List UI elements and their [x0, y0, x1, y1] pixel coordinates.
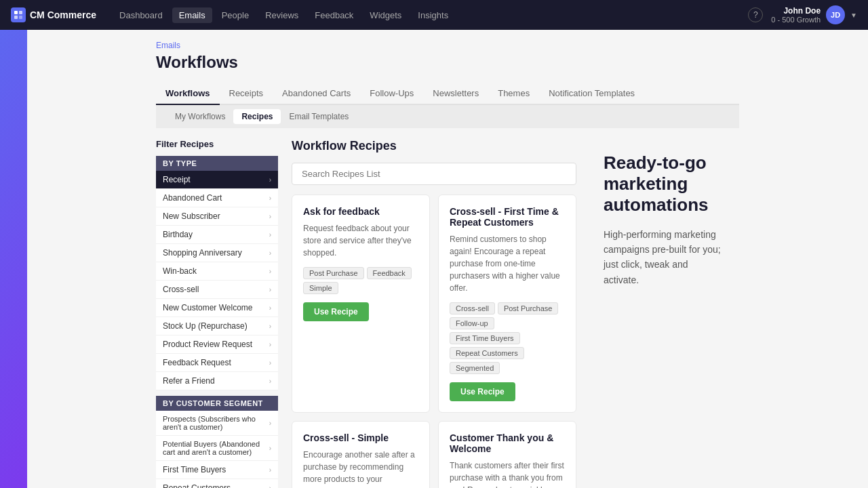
recipe-grid: Ask for feedback Request feedback about … — [292, 195, 576, 488]
filter-arrow-icon: › — [269, 378, 271, 385]
filter-first-time-buyers[interactable]: First Time Buyers › — [156, 461, 278, 479]
filter-cross-sell[interactable]: Cross-sell › — [156, 281, 278, 299]
tab-workflows[interactable]: Workflows — [156, 83, 220, 105]
recipe-desc-0: Request feedback about your store and se… — [303, 222, 418, 259]
filter-arrow-icon: › — [269, 445, 271, 452]
filter-new-customer-welcome[interactable]: New Customer Welcome › — [156, 299, 278, 317]
recipe-desc-2: Encourage another sale after a purchase … — [303, 449, 418, 488]
user-text: John Doe 0 - 500 Growth — [771, 6, 821, 24]
filter-arrow-icon: › — [269, 420, 271, 427]
filter-section-segment: BY CUSTOMER SEGMENT Prospects (Subscribe… — [156, 396, 278, 488]
recipe-tags-0: Post Purchase Feedback Simple — [303, 267, 418, 294]
avatar: JD — [826, 5, 845, 24]
nav-dashboard[interactable]: Dashboard — [113, 7, 170, 23]
recipe-card-1: Cross-sell - First Time & Repeat Custome… — [438, 195, 576, 413]
filter-receipt[interactable]: Receipt › — [156, 171, 278, 189]
use-recipe-button-0[interactable]: Use Recipe — [303, 302, 369, 321]
recipe-title-0: Ask for feedback — [303, 206, 418, 217]
filter-section-type: BY TYPE Receipt › Abandoned Cart › New S… — [156, 156, 278, 390]
filter-arrow-icon: › — [269, 304, 271, 312]
filter-birthday[interactable]: Birthday › — [156, 226, 278, 244]
nav-people[interactable]: People — [215, 7, 256, 23]
subtab-recipes[interactable]: Recipes — [233, 109, 281, 124]
filter-arrow-icon: › — [269, 466, 271, 474]
filter-header-segment: BY CUSTOMER SEGMENT — [156, 396, 278, 411]
recipe-title-3: Customer Thank you & Welcome — [450, 432, 565, 454]
nav-insights[interactable]: Insights — [411, 7, 455, 23]
tab-follow-ups[interactable]: Follow-Ups — [360, 83, 423, 105]
filter-arrow-icon: › — [269, 485, 271, 489]
filter-arrow-icon: › — [269, 268, 271, 275]
tag: First Time Buyers — [450, 332, 520, 344]
recipe-card-3: Customer Thank you & Welcome Thank custo… — [438, 421, 576, 488]
filter-arrow-icon: › — [269, 249, 271, 257]
body-layout: Filter Recipes BY TYPE Receipt › Abandon… — [156, 139, 739, 488]
filter-abandoned-cart[interactable]: Abandoned Cart › — [156, 189, 278, 207]
svg-rect-0 — [14, 11, 18, 14]
tag: Follow-up — [450, 317, 494, 329]
app-logo[interactable]: CM Commerce — [11, 7, 96, 22]
nav-feedback[interactable]: Feedback — [308, 7, 360, 23]
tab-themes[interactable]: Themes — [488, 83, 539, 105]
search-input[interactable] — [292, 163, 576, 185]
tab-receipts[interactable]: Receipts — [220, 83, 273, 105]
filter-new-subscriber[interactable]: New Subscriber › — [156, 207, 278, 226]
nav-emails[interactable]: Emails — [172, 7, 212, 23]
use-recipe-button-1[interactable]: Use Recipe — [450, 382, 515, 401]
sidebar: Filter Recipes BY TYPE Receipt › Abandon… — [156, 139, 278, 488]
tab-newsletters[interactable]: Newsletters — [423, 83, 488, 105]
filter-shopping-anniversary[interactable]: Shopping Anniversary › — [156, 244, 278, 262]
svg-rect-3 — [19, 16, 22, 19]
nav-right: ? John Doe 0 - 500 Growth JD ▼ — [748, 5, 857, 24]
section-title: Workflow Recipes — [292, 139, 576, 153]
filter-title: Filter Recipes — [156, 139, 278, 149]
filter-arrow-icon: › — [269, 195, 271, 202]
right-promo: Ready-to-go marketing automations High-p… — [590, 139, 739, 488]
page-title: Workflows — [156, 53, 739, 72]
tab-notification-templates[interactable]: Notification Templates — [539, 83, 644, 105]
subtabs: My Workflows Recipes Email Templates — [156, 105, 739, 128]
breadcrumb[interactable]: Emails — [156, 41, 739, 50]
filter-refer-friend[interactable]: Refer a Friend › — [156, 372, 278, 390]
promo-description: High-performing marketing campaigns pre-… — [604, 227, 726, 288]
main-wrapper: Emails Workflows Workflows Receipts Aban… — [27, 30, 868, 488]
filter-arrow-icon: › — [269, 231, 271, 239]
subtab-my-workflows[interactable]: My Workflows — [167, 109, 233, 124]
filter-stock-up[interactable]: Stock Up (Repurchase) › — [156, 317, 278, 336]
tag: Simple — [303, 282, 338, 294]
help-button[interactable]: ? — [748, 7, 763, 22]
user-menu[interactable]: John Doe 0 - 500 Growth JD ▼ — [771, 5, 857, 24]
filter-win-back[interactable]: Win-back › — [156, 262, 278, 281]
filter-product-review[interactable]: Product Review Request › — [156, 336, 278, 354]
tag: Feedback — [367, 267, 412, 279]
recipe-desc-1: Remind customers to shop again! Encourag… — [450, 233, 565, 294]
recipe-desc-3: Thank customers after their first purcha… — [450, 460, 565, 488]
filter-feedback-request[interactable]: Feedback Request › — [156, 354, 278, 372]
recipe-card-0: Ask for feedback Request feedback about … — [292, 195, 430, 413]
filter-header-type: BY TYPE — [156, 156, 278, 171]
filter-prospects[interactable]: Prospects (Subscribers who aren't a cust… — [156, 411, 278, 436]
main-content: Workflow Recipes Ask for feedback Reques… — [292, 139, 576, 488]
tab-abandoned-carts[interactable]: Abandoned Carts — [273, 83, 360, 105]
content-area: Emails Workflows Workflows Receipts Aban… — [142, 30, 753, 488]
tag: Segmented — [450, 362, 500, 374]
recipe-tags-1: Cross-sell Post Purchase Follow-up First… — [450, 302, 565, 374]
filter-arrow-icon: › — [269, 286, 271, 293]
recipe-card-2: Cross-sell - Simple Encourage another sa… — [292, 421, 430, 488]
tag: Post Purchase — [498, 302, 559, 314]
nav-reviews[interactable]: Reviews — [258, 7, 305, 23]
tag: Post Purchase — [303, 267, 364, 279]
subtab-email-templates[interactable]: Email Templates — [281, 109, 357, 124]
filter-arrow-icon: › — [269, 176, 271, 184]
nav-items: Dashboard Emails People Reviews Feedback… — [113, 7, 732, 23]
tag: Repeat Customers — [450, 347, 524, 359]
nav-widgets[interactable]: Widgets — [363, 7, 408, 23]
filter-potential-buyers[interactable]: Potential Buyers (Abandoned cart and are… — [156, 436, 278, 461]
promo-title: Ready-to-go marketing automations — [604, 152, 726, 216]
svg-rect-2 — [14, 16, 18, 19]
filter-arrow-icon: › — [269, 323, 271, 330]
filter-repeat-customers[interactable]: Repeat Customers › — [156, 479, 278, 488]
recipe-title-1: Cross-sell - First Time & Repeat Custome… — [450, 206, 565, 228]
tag: Cross-sell — [450, 302, 495, 314]
filter-arrow-icon: › — [269, 359, 271, 367]
